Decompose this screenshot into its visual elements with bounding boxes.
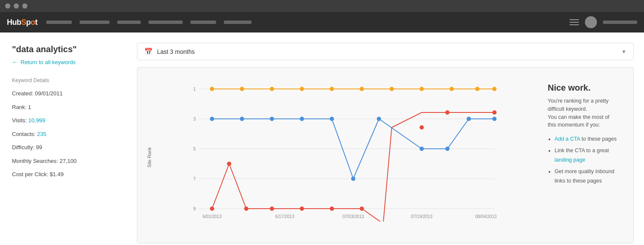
add-cta-link[interactable]: Add a CTA bbox=[555, 136, 580, 142]
svg-point-24 bbox=[475, 87, 480, 91]
detail-rank: Rank: 1 bbox=[12, 103, 125, 112]
svg-text:7: 7 bbox=[193, 176, 196, 181]
svg-point-22 bbox=[420, 87, 424, 91]
svg-text:6/17/2013: 6/17/2013 bbox=[275, 214, 294, 219]
sidebar: "data analytics" ← Return to all keyword… bbox=[0, 32, 137, 245]
back-link[interactable]: ← Return to all keywords bbox=[12, 59, 125, 65]
detail-difficulty: Difficulty: 99 bbox=[12, 143, 125, 152]
navbar-right bbox=[570, 16, 637, 28]
svg-point-32 bbox=[377, 117, 381, 121]
svg-text:1: 1 bbox=[193, 86, 196, 92]
suggestion-add-cta: Add a CTA to these pages bbox=[555, 134, 625, 144]
svg-point-34 bbox=[445, 147, 450, 151]
svg-point-29 bbox=[300, 117, 304, 121]
date-picker[interactable]: 📅 Last 3 months ▼ bbox=[137, 43, 634, 60]
nav-item-4[interactable] bbox=[148, 21, 183, 24]
minimize-btn[interactable] bbox=[14, 3, 19, 9]
svg-text:07/19/2013: 07/19/2013 bbox=[411, 214, 432, 219]
svg-point-37 bbox=[210, 207, 214, 211]
back-link-label: Return to all keywords bbox=[21, 59, 76, 65]
navbar: HubSpot bbox=[0, 12, 644, 32]
landing-page-link[interactable]: landing page bbox=[555, 157, 585, 163]
svg-point-26 bbox=[210, 117, 214, 121]
detail-contacts: Contacts: 235 bbox=[12, 130, 125, 139]
keyword-details-header: Keyword Details bbox=[12, 77, 125, 83]
maximize-btn[interactable] bbox=[22, 3, 27, 9]
svg-text:3: 3 bbox=[193, 116, 196, 121]
svg-point-41 bbox=[300, 207, 304, 211]
svg-point-45 bbox=[445, 110, 450, 115]
svg-point-46 bbox=[493, 110, 497, 115]
svg-point-21 bbox=[390, 87, 394, 91]
svg-text:5: 5 bbox=[193, 146, 196, 151]
svg-text:6/01/2013: 6/01/2013 bbox=[202, 214, 222, 219]
contacts-link[interactable]: 235 bbox=[37, 131, 47, 137]
svg-point-39 bbox=[244, 207, 249, 211]
svg-point-17 bbox=[270, 87, 274, 91]
svg-point-35 bbox=[467, 117, 471, 121]
nav-item-2[interactable] bbox=[80, 21, 110, 24]
svg-text:08/04/2013: 08/04/2013 bbox=[475, 214, 496, 219]
user-label bbox=[603, 21, 637, 24]
svg-point-44 bbox=[420, 125, 424, 130]
user-avatar[interactable] bbox=[585, 16, 597, 28]
svg-point-43 bbox=[360, 207, 364, 211]
back-arrow-icon: ← bbox=[12, 59, 18, 65]
hamburger-icon[interactable] bbox=[570, 19, 579, 25]
svg-point-23 bbox=[450, 87, 454, 91]
nav-item-5[interactable] bbox=[190, 21, 216, 24]
calendar-icon: 📅 bbox=[144, 47, 153, 56]
nav-item-3[interactable] bbox=[117, 21, 141, 24]
detail-visits: Visits: 10,999 bbox=[12, 116, 125, 125]
detail-cpc: Cost per Click: $1.49 bbox=[12, 170, 125, 179]
svg-point-25 bbox=[493, 87, 497, 91]
suggestion-list: Add a CTA to these pages Link the CTA to… bbox=[548, 134, 625, 186]
chevron-down-icon: ▼ bbox=[621, 49, 626, 55]
svg-point-38 bbox=[227, 162, 231, 166]
close-btn[interactable] bbox=[5, 3, 10, 9]
svg-text:07/03/2013: 07/03/2013 bbox=[342, 214, 364, 219]
suggestion-landing-page: Link the CTA to a great landing page bbox=[555, 146, 625, 165]
svg-point-28 bbox=[270, 117, 274, 121]
nav-items bbox=[46, 21, 570, 24]
svg-text:9: 9 bbox=[193, 206, 196, 211]
detail-created: Created: 09/01/2011 bbox=[12, 89, 125, 98]
y-axis-label: Site Rank bbox=[147, 147, 152, 168]
chart-svg: 1 3 5 7 9 6/01/2013 6/17/2013 07/03/2013… bbox=[159, 76, 535, 221]
nice-work-description: You're ranking for a pretty difficult ke… bbox=[548, 97, 625, 129]
main-content: 📅 Last 3 months ▼ Site Rank bbox=[137, 32, 644, 245]
suggestion-quality-links: Get more quality inbound links to these … bbox=[555, 167, 625, 186]
svg-point-33 bbox=[420, 147, 424, 151]
svg-point-20 bbox=[360, 87, 364, 91]
svg-point-31 bbox=[351, 177, 356, 181]
nav-item-1[interactable] bbox=[46, 21, 72, 24]
nav-item-6[interactable] bbox=[224, 21, 252, 24]
svg-point-36 bbox=[493, 117, 497, 121]
date-range-label: Last 3 months bbox=[157, 48, 617, 55]
nice-work-title: Nice work. bbox=[548, 83, 625, 93]
svg-point-40 bbox=[270, 207, 274, 211]
svg-point-30 bbox=[330, 117, 334, 121]
titlebar bbox=[0, 0, 644, 12]
svg-point-19 bbox=[330, 87, 334, 91]
svg-point-15 bbox=[210, 87, 214, 91]
visits-link[interactable]: 10,999 bbox=[28, 117, 45, 124]
page: "data analytics" ← Return to all keyword… bbox=[0, 32, 644, 245]
chart-container: Site Rank 1 3 5 7 9 bbox=[137, 67, 634, 243]
chart-right-panel: Nice work. You're ranking for a pretty d… bbox=[539, 76, 633, 239]
hubspot-logo: HubSpot bbox=[7, 18, 38, 27]
svg-point-18 bbox=[300, 87, 304, 91]
chart-area: Site Rank 1 3 5 7 9 bbox=[137, 76, 539, 239]
svg-point-16 bbox=[240, 87, 244, 91]
page-title: "data analytics" bbox=[12, 44, 125, 54]
svg-point-42 bbox=[330, 207, 334, 211]
svg-point-27 bbox=[240, 117, 244, 121]
detail-monthly-searches: Monthly Searches: 27,100 bbox=[12, 157, 125, 165]
